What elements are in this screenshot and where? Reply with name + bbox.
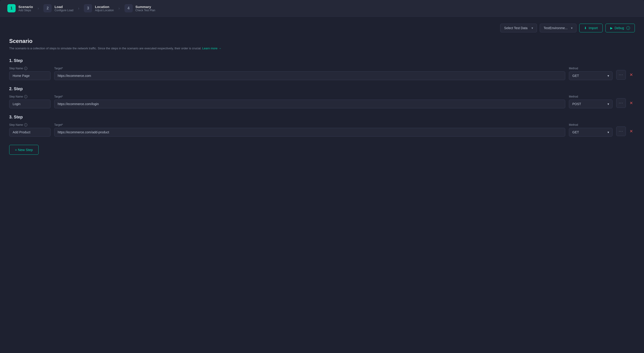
step-3-method-group: Method GET ▾	[569, 123, 612, 137]
step-text-4: Summary Check Test Plan	[136, 5, 156, 12]
step-2-target-label: Target*	[54, 95, 565, 98]
step-3-fields: Step Name i Target* Method GET ▾	[9, 123, 635, 137]
step-1-name-input[interactable]	[9, 71, 50, 80]
wizard-step-3[interactable]: 3 Location Adjust Location	[84, 4, 114, 12]
step-number-2: 2	[44, 4, 52, 12]
step-1-target-label: Target*	[54, 67, 565, 70]
step-1-heading: 1. Step	[9, 58, 635, 63]
step-subtitle-4: Check Test Plan	[136, 9, 156, 12]
chevron-down-icon: ▾	[532, 26, 533, 30]
step-title-2: Load	[54, 5, 73, 9]
step-3-delete-button[interactable]: ✕	[628, 128, 635, 135]
page-title: Scenario	[9, 38, 635, 44]
step-3-more-button[interactable]: ···	[616, 126, 626, 136]
step-name-info-icon-3[interactable]: i	[24, 123, 27, 126]
step-2-name-input[interactable]	[9, 100, 50, 108]
step-2-fields: Step Name i Target* Method POST ▾	[9, 95, 635, 108]
step-2-heading: 2. Step	[9, 86, 635, 91]
debug-info-icon: i	[626, 26, 630, 30]
step-section-1: 1. Step Step Name i Target* Method GE	[9, 58, 635, 80]
step-1-fields: Step Name i Target* Method GET ▾	[9, 67, 635, 80]
step-2-method-label: Method	[569, 95, 612, 98]
step-1-more-button[interactable]: ···	[616, 70, 626, 80]
import-label: Import	[589, 26, 598, 30]
step-text-1: Scenario Add Steps	[18, 5, 33, 12]
step-1-target-group: Target*	[54, 67, 565, 80]
chevron-down-icon-2: ▾	[571, 26, 572, 30]
step-3-method-label: Method	[569, 123, 612, 126]
step-section-3: 3. Step Step Name i Target* Method GE	[9, 115, 635, 137]
learn-more-link[interactable]: Learn more →	[202, 47, 222, 50]
test-environment-dropdown[interactable]: TestEnvironme... ▾	[540, 24, 576, 32]
step-3-target-input[interactable]	[54, 128, 565, 137]
import-icon: ⬇	[584, 26, 587, 30]
step-1-name-label: Step Name i	[9, 67, 50, 70]
step-3-method-value: GET	[572, 130, 579, 134]
chevron-down-icon-method-3: ▾	[608, 130, 609, 134]
page-description: The scenario is a collection of steps to…	[9, 46, 635, 51]
step-name-info-icon-1[interactable]: i	[24, 67, 27, 70]
step-2-more-button[interactable]: ···	[616, 98, 626, 108]
step-2-method-select[interactable]: POST ▾	[569, 100, 612, 108]
step-2-name-group: Step Name i	[9, 95, 50, 108]
play-icon: ▶	[610, 26, 613, 30]
separator-1-2: ›	[33, 6, 44, 11]
step-1-method-value: GET	[572, 74, 579, 78]
step-3-name-group: Step Name i	[9, 123, 50, 137]
chevron-down-icon-method-1: ▾	[608, 74, 609, 78]
step-1-method-label: Method	[569, 67, 612, 70]
wizard-header: 1 Scenario Add Steps › 2 Load Configure …	[0, 0, 644, 17]
step-3-method-select[interactable]: GET ▾	[569, 128, 612, 137]
wizard-step-4[interactable]: 4 Summary Check Test Plan	[124, 4, 156, 12]
step-1-actions: ··· ✕	[616, 70, 635, 80]
step-text-3: Location Adjust Location	[95, 5, 114, 12]
chevron-down-icon-method-2: ▾	[608, 102, 609, 106]
select-test-data-label: Select Test Data	[504, 26, 528, 30]
step-3-target-label: Target*	[54, 123, 565, 126]
step-1-method-group: Method GET ▾	[569, 67, 612, 80]
step-subtitle-3: Adjust Location	[95, 9, 114, 12]
step-3-actions: ··· ✕	[616, 126, 635, 137]
separator-3-4: ›	[114, 6, 124, 11]
step-title-4: Summary	[136, 5, 156, 9]
new-step-button[interactable]: + New Step	[9, 145, 38, 155]
app-container: 1 Scenario Add Steps › 2 Load Configure …	[0, 0, 644, 353]
import-button[interactable]: ⬇ Import	[579, 24, 603, 32]
step-number-4: 4	[124, 4, 133, 12]
step-2-delete-button[interactable]: ✕	[628, 100, 635, 106]
separator-2-3: ›	[73, 6, 84, 11]
debug-label: Debug	[614, 26, 624, 30]
step-3-target-group: Target*	[54, 123, 565, 137]
select-test-data-dropdown[interactable]: Select Test Data ▾	[500, 24, 537, 32]
step-title-3: Location	[95, 5, 114, 9]
step-subtitle-2: Configure Load	[54, 9, 73, 12]
step-1-name-group: Step Name i	[9, 67, 50, 80]
step-2-actions: ··· ✕	[616, 98, 635, 108]
debug-button[interactable]: ▶ Debug i	[606, 24, 635, 32]
step-2-name-label: Step Name i	[9, 95, 50, 98]
step-name-info-icon-2[interactable]: i	[24, 95, 27, 98]
step-text-2: Load Configure Load	[54, 5, 73, 12]
step-section-2: 2. Step Step Name i Target* Method PO	[9, 86, 635, 108]
wizard-step-2[interactable]: 2 Load Configure Load	[44, 4, 73, 12]
step-number-1: 1	[7, 4, 16, 12]
wizard-step-1[interactable]: 1 Scenario Add Steps	[7, 4, 33, 12]
step-1-delete-button[interactable]: ✕	[628, 71, 635, 78]
test-environment-label: TestEnvironme...	[544, 26, 568, 30]
step-1-method-select[interactable]: GET ▾	[569, 71, 612, 80]
toolbar: Select Test Data ▾ TestEnvironme... ▾ ⬇ …	[9, 24, 635, 32]
step-number-3: 3	[84, 4, 92, 12]
step-1-target-input[interactable]	[54, 71, 565, 80]
step-2-target-input[interactable]	[54, 100, 565, 108]
step-subtitle-1: Add Steps	[18, 9, 33, 12]
step-2-method-group: Method POST ▾	[569, 95, 612, 108]
step-2-target-group: Target*	[54, 95, 565, 108]
step-3-name-label: Step Name i	[9, 123, 50, 126]
step-3-name-input[interactable]	[9, 128, 50, 137]
main-content: Select Test Data ▾ TestEnvironme... ▾ ⬇ …	[0, 17, 644, 162]
step-3-heading: 3. Step	[9, 115, 635, 120]
step-title-1: Scenario	[18, 5, 33, 9]
step-2-method-value: POST	[572, 102, 581, 106]
